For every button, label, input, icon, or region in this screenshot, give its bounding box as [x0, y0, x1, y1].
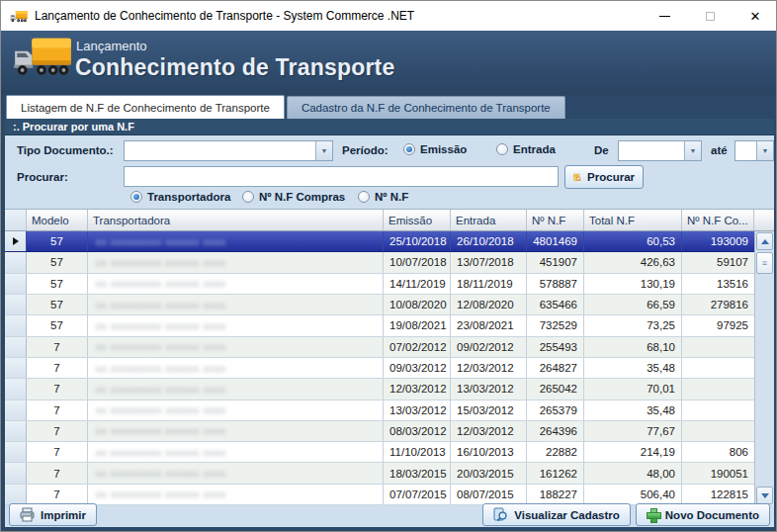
cell-nf[interactable]: 255493 — [527, 337, 584, 357]
cell-emissao[interactable]: 10/08/2020 — [384, 295, 451, 314]
procurar-button[interactable]: Procurar — [564, 165, 644, 189]
search-input[interactable] — [124, 166, 559, 187]
column-header-nf-compras[interactable]: Nº N.F Co... — [682, 210, 754, 230]
cell-nf[interactable]: 635466 — [527, 295, 584, 314]
cell-modelo[interactable]: 7 — [27, 442, 88, 462]
column-header-emissao[interactable]: Emissão — [384, 210, 451, 230]
column-header-entrada[interactable]: Entrada — [451, 210, 527, 230]
table-row[interactable]: 7 xx xxxxxxxxx xxxxxx xxxx 13/03/2012 15… — [5, 400, 754, 421]
cell-nf[interactable]: 265042 — [527, 379, 584, 399]
cell-nf-compras[interactable] — [682, 358, 754, 378]
cell-transportadora[interactable]: xx xxxxxxxxx xxxxxx xxxx — [88, 485, 384, 504]
cell-nf-compras[interactable]: 122815 — [682, 485, 754, 504]
vertical-scrollbar[interactable]: ≡ — [754, 231, 774, 505]
table-row[interactable]: 7 xx xxxxxxxxx xxxxxx xxxx 12/03/2012 13… — [5, 379, 754, 399]
cell-emissao[interactable]: 11/10/2013 — [384, 442, 451, 462]
cell-entrada[interactable]: 20/03/2015 — [451, 463, 527, 483]
cell-modelo[interactable]: 7 — [27, 485, 88, 504]
cell-nf-compras[interactable] — [682, 421, 754, 441]
cell-modelo[interactable]: 7 — [27, 463, 88, 483]
cell-nf[interactable]: 264396 — [527, 421, 584, 441]
cell-entrada[interactable]: 12/03/2012 — [451, 358, 527, 378]
cell-entrada[interactable]: 18/11/2019 — [451, 274, 527, 294]
radio-transportadora[interactable]: Transportadora — [130, 191, 230, 203]
table-row[interactable]: 7 xx xxxxxxxxx xxxxxx xxxx 18/03/2015 20… — [5, 463, 754, 484]
row-selector-cell[interactable] — [5, 421, 27, 441]
cell-transportadora[interactable]: xx xxxxxxxxx xxxxxx xxxx — [88, 295, 384, 314]
row-selector-cell[interactable] — [5, 252, 27, 272]
cell-emissao[interactable]: 09/03/2012 — [384, 358, 451, 378]
cell-total[interactable]: 35,48 — [584, 400, 682, 420]
title-bar[interactable]: Lançamento de Conhecimento de Transporte… — [1, 1, 777, 31]
cell-total[interactable]: 506,40 — [584, 485, 682, 504]
cell-nf[interactable]: 161262 — [527, 463, 584, 483]
cell-nf[interactable]: 732529 — [527, 315, 584, 335]
row-selector-cell[interactable] — [5, 295, 27, 314]
cell-transportadora[interactable]: xx xxxxxxxxx xxxxxx xxxx — [88, 274, 384, 294]
cell-total[interactable]: 130,19 — [584, 274, 682, 294]
cell-total[interactable]: 70,01 — [584, 379, 682, 399]
cell-modelo[interactable]: 57 — [27, 231, 88, 251]
table-row[interactable]: 7 xx xxxxxxxxx xxxxxx xxxx 07/07/2015 08… — [5, 485, 754, 505]
cell-nf-compras[interactable]: 59107 — [682, 252, 754, 272]
tab-cadastro[interactable]: Cadastro da N.F de Conhecimento de Trans… — [287, 96, 565, 119]
table-row[interactable]: 57 xx xxxxxxxxx xxxxxx xxxx 10/08/2020 1… — [5, 295, 754, 315]
scroll-up-button[interactable] — [756, 232, 773, 250]
table-row[interactable]: 7 xx xxxxxxxxx xxxxxx xxxx 07/02/2012 09… — [5, 337, 754, 358]
cell-nf-compras[interactable]: 193009 — [682, 231, 754, 251]
cell-nf-compras[interactable] — [682, 400, 754, 420]
cell-nf[interactable]: 578887 — [527, 274, 584, 294]
cell-emissao[interactable]: 19/08/2021 — [384, 315, 451, 335]
cell-entrada[interactable]: 13/03/2012 — [451, 379, 527, 399]
cell-nf[interactable]: 265379 — [527, 400, 584, 420]
cell-emissao[interactable]: 14/11/2019 — [384, 274, 451, 294]
tipo-documento-combo[interactable]: ▼ — [124, 140, 333, 161]
column-header-modelo[interactable]: Modelo — [27, 210, 88, 230]
cell-modelo[interactable]: 7 — [27, 379, 88, 399]
cell-transportadora[interactable]: xx xxxxxxxxx xxxxxx xxxx — [88, 400, 384, 420]
column-header-nf[interactable]: Nº N.F — [527, 210, 584, 230]
radio-nf-compras[interactable]: Nº N.F Compras — [242, 191, 345, 203]
cell-nf-compras[interactable] — [682, 379, 754, 399]
cell-transportadora[interactable]: xx xxxxxxxxx xxxxxx xxxx — [88, 379, 384, 399]
row-selector-cell[interactable] — [5, 400, 27, 420]
cell-entrada[interactable]: 13/07/2018 — [451, 252, 527, 272]
column-header-total[interactable]: Total N.F — [584, 210, 682, 230]
cell-nf-compras[interactable]: 13516 — [682, 274, 754, 294]
cell-modelo[interactable]: 7 — [27, 337, 88, 357]
cell-total[interactable]: 214,19 — [584, 442, 682, 462]
cell-total[interactable]: 426,63 — [584, 252, 682, 272]
cell-entrada[interactable]: 15/03/2012 — [451, 400, 527, 420]
cell-nf[interactable]: 22882 — [527, 442, 584, 462]
cell-modelo[interactable]: 7 — [27, 400, 88, 420]
cell-transportadora[interactable]: xx xxxxxxxxx xxxxxx xxxx — [88, 252, 384, 272]
cell-nf-compras[interactable] — [682, 337, 754, 357]
row-selector-cell[interactable] — [5, 315, 27, 335]
cell-emissao[interactable]: 10/07/2018 — [384, 252, 451, 272]
cell-total[interactable]: 48,00 — [584, 463, 682, 483]
cell-modelo[interactable]: 57 — [27, 274, 88, 294]
cell-emissao[interactable]: 12/03/2012 — [384, 379, 451, 399]
cell-modelo[interactable]: 57 — [27, 252, 88, 272]
cell-nf[interactable]: 188227 — [527, 485, 584, 504]
table-row[interactable]: 7 xx xxxxxxxxx xxxxxx xxxx 11/10/2013 16… — [5, 442, 754, 463]
date-de-combo[interactable]: ▼ — [618, 140, 702, 161]
cell-total[interactable]: 60,53 — [584, 231, 682, 251]
cell-nf-compras[interactable]: 97925 — [682, 315, 754, 335]
row-selector-cell[interactable] — [5, 337, 27, 357]
chevron-down-icon[interactable]: ▼ — [315, 141, 332, 160]
cell-entrada[interactable]: 08/07/2015 — [451, 485, 527, 504]
novo-documento-button[interactable]: Novo Documento — [636, 503, 770, 526]
cell-nf-compras[interactable]: 190051 — [682, 463, 754, 483]
cell-emissao[interactable]: 18/03/2015 — [384, 463, 451, 483]
cell-transportadora[interactable]: xx xxxxxxxxx xxxxxx xxxx — [88, 358, 384, 378]
cell-entrada[interactable]: 09/02/2012 — [451, 337, 527, 357]
cell-transportadora[interactable]: xx xxxxxxxxx xxxxxx xxxx — [88, 442, 384, 462]
cell-modelo[interactable]: 7 — [27, 421, 88, 441]
table-row[interactable]: 57 xx xxxxxxxxx xxxxxx xxxx 25/10/2018 2… — [5, 231, 754, 252]
row-selector-cell[interactable] — [5, 442, 27, 462]
cell-transportadora[interactable]: xx xxxxxxxxx xxxxxx xxxx — [88, 231, 384, 251]
cell-modelo[interactable]: 57 — [27, 295, 88, 314]
row-selector-cell[interactable] — [5, 463, 27, 483]
cell-emissao[interactable]: 08/03/2012 — [384, 421, 451, 441]
